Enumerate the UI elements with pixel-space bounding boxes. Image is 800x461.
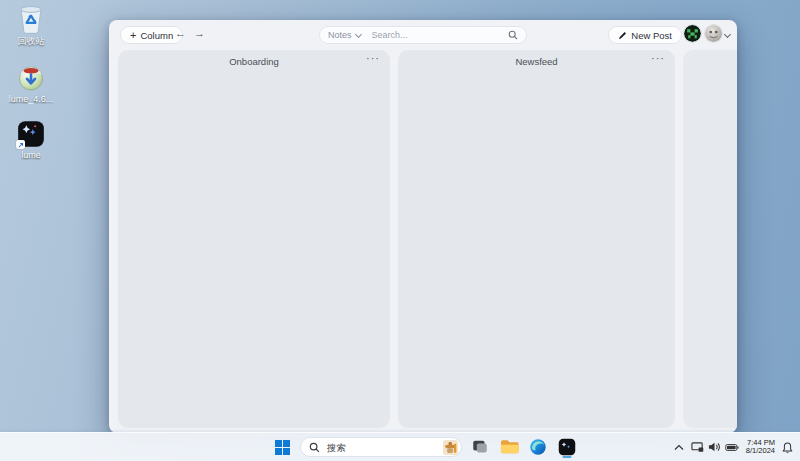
desktop-icon-label: 回收站: [18, 35, 45, 48]
desktop-icon-recycle-bin[interactable]: 回收站: [4, 4, 58, 48]
hidden-icons-chevron[interactable]: [674, 444, 684, 451]
notes-filter-label: Notes: [328, 30, 352, 40]
app-toolbar: + Column ← → Notes New Post: [109, 20, 737, 50]
recycle-bin-icon: [16, 4, 46, 34]
lume-app-window: + Column ← → Notes New Post: [109, 20, 737, 433]
column-menu-icon[interactable]: ···: [651, 52, 665, 64]
taskbar-search-box[interactable]: [300, 437, 462, 457]
taskbar-search-input[interactable]: [325, 441, 438, 454]
active-app-indicator: [563, 456, 572, 459]
desktop-icon-lume-shortcut[interactable]: lume: [4, 119, 58, 160]
battery-icon: [725, 443, 739, 452]
notifications-bell-icon[interactable]: [782, 441, 793, 454]
notes-filter-dropdown[interactable]: Notes: [328, 30, 361, 40]
network-icon: [691, 441, 704, 453]
volume-icon: [708, 441, 721, 453]
add-column-label: Column: [140, 30, 173, 41]
taskbar: 7:44 PM 8/1/2024: [0, 432, 800, 461]
desktop-icon-list: 回收站 lume_4.6...: [4, 4, 58, 160]
task-view-icon[interactable]: [469, 436, 491, 458]
profile-chevron-icon[interactable]: [724, 31, 731, 38]
desktop-icon-installer[interactable]: lume_4.6...: [4, 63, 58, 104]
app-search-input[interactable]: [370, 29, 508, 41]
windows-start-button[interactable]: [271, 436, 293, 458]
desktop: 回收站 lume_4.6...: [0, 0, 800, 461]
column-onboarding: Onboarding ···: [118, 50, 390, 428]
new-post-label: New Post: [631, 30, 672, 41]
taskbar-clock[interactable]: 7:44 PM 8/1/2024: [746, 439, 775, 456]
board-columns: Onboarding ··· Newsfeed ···: [118, 50, 737, 428]
taskbar-center-icons: [271, 433, 578, 461]
app-search-bar: Notes: [319, 26, 527, 44]
lume-app-icon: [16, 119, 46, 149]
column-title: Newsfeed: [398, 50, 675, 67]
column-menu-icon[interactable]: ···: [366, 52, 380, 64]
user-avatar[interactable]: [705, 25, 722, 42]
network-volume-battery-group[interactable]: [691, 441, 739, 453]
desktop-icon-label: lume_4.6...: [9, 94, 54, 104]
column-newsfeed: Newsfeed ···: [398, 50, 675, 428]
desktop-icon-label: lume: [21, 150, 41, 160]
search-icon: [508, 30, 518, 40]
lume-taskbar-icon[interactable]: [556, 436, 578, 458]
plus-icon: +: [130, 30, 136, 40]
pen-icon: [618, 31, 627, 40]
search-icon: [309, 442, 320, 453]
add-column-button[interactable]: + Column: [120, 26, 183, 44]
clock-date: 8/1/2024: [746, 446, 775, 455]
shortcut-arrow-badge: [16, 140, 25, 149]
file-explorer-icon[interactable]: [498, 436, 520, 458]
chevron-down-icon: [354, 30, 361, 37]
search-highlight-image[interactable]: [443, 440, 458, 455]
system-tray: 7:44 PM 8/1/2024: [674, 433, 793, 461]
forward-arrow-icon[interactable]: →: [194, 27, 205, 39]
edge-browser-icon[interactable]: [527, 436, 549, 458]
back-arrow-icon[interactable]: ←: [175, 27, 186, 39]
installer-icon: [16, 63, 46, 93]
column-partial: [683, 50, 737, 428]
workspace-avatar[interactable]: [684, 25, 701, 42]
new-post-button[interactable]: New Post: [608, 26, 682, 44]
column-title: Onboarding: [118, 50, 390, 67]
